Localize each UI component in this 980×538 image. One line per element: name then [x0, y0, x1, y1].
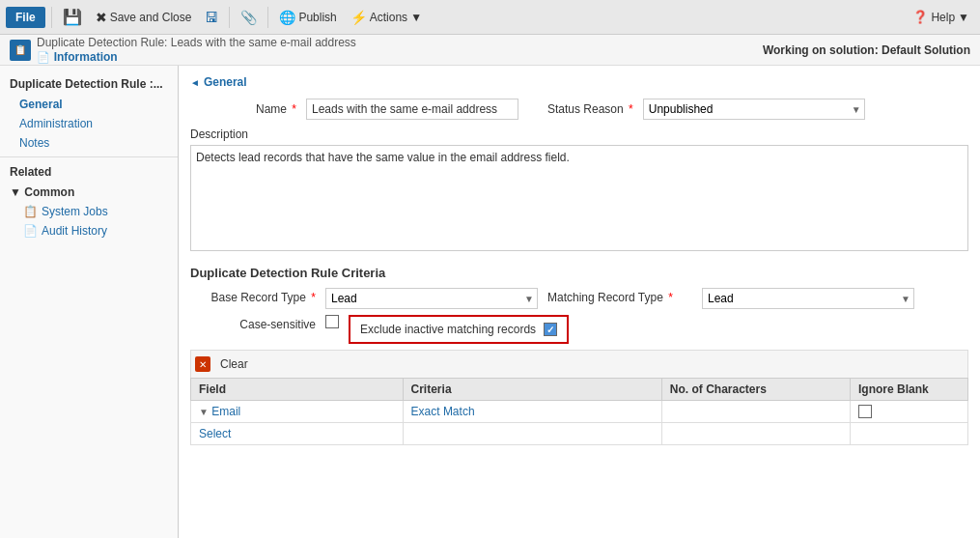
criteria-link[interactable]: Exact Match — [411, 405, 475, 418]
description-textarea[interactable]: Detects lead records that have the same … — [190, 145, 968, 251]
separator-3 — [267, 7, 268, 28]
header-bar: 📋 Duplicate Detection Rule: Leads with t… — [0, 35, 980, 66]
paperclip-icon: 📎 — [240, 10, 257, 25]
row-expand-icon[interactable]: ▼ — [199, 407, 209, 417]
exclude-label: Exclude inactive matching records — [360, 323, 536, 336]
nav-system-jobs[interactable]: 📋 System Jobs — [0, 202, 178, 221]
field-cell: ▼ Email — [191, 401, 404, 423]
name-required: * — [292, 102, 296, 116]
entity-info-title: 📄 Information — [37, 49, 356, 64]
nav-related-title: Related — [0, 156, 178, 183]
exclude-checkbox[interactable] — [544, 323, 557, 336]
entity-icon: 📋 — [10, 40, 31, 61]
num-chars-cell — [661, 401, 850, 423]
clear-icon: ✕ — [195, 356, 210, 372]
col-field: Field — [191, 379, 404, 401]
separator-2 — [229, 7, 230, 28]
table-toolbar: ✕ Clear — [190, 350, 968, 378]
name-label: Name * — [190, 102, 296, 116]
common-triangle-icon: ▼ — [10, 185, 24, 199]
entity-subtitle: Duplicate Detection Rule: Leads with the… — [37, 36, 356, 49]
save-disk-icon: 💾 — [63, 8, 82, 26]
system-jobs-label: System Jobs — [42, 205, 108, 218]
publish-button[interactable]: 🌐 Publish — [274, 8, 341, 27]
file-button[interactable]: File — [6, 7, 45, 28]
table-row: ▼ Email Exact Match — [191, 401, 968, 423]
select-link[interactable]: Select — [199, 427, 231, 440]
field-link[interactable]: Email — [211, 405, 240, 418]
floppy-icon: 🖫 — [205, 10, 218, 25]
save-close-icon: ✖ — [96, 10, 107, 25]
base-record-select[interactable]: Lead — [325, 288, 538, 309]
save-icon-button[interactable]: 🖫 — [200, 8, 223, 27]
select-ignore-blank-cell — [851, 423, 968, 445]
actions-icon: ⚡ — [350, 10, 367, 25]
name-row: Name * Status Reason * Unpublished Publi… — [190, 99, 968, 120]
save-close-button[interactable]: ✖ Save and Close — [91, 8, 197, 27]
content-area: General Name * Status Reason * Unpublish… — [179, 66, 980, 538]
actions-dropdown-icon: ▼ — [410, 11, 422, 24]
base-record-select-wrapper: Lead ▼ — [325, 288, 538, 309]
criteria-title: Duplicate Detection Rule Criteria — [190, 266, 968, 280]
table-header-row: Field Criteria No. of Characters Ignore … — [191, 379, 968, 401]
audit-history-icon: 📄 — [23, 224, 38, 238]
ignore-blank-checkbox[interactable] — [858, 405, 872, 418]
ignore-blank-cell — [851, 401, 968, 423]
nav-audit-history[interactable]: 📄 Audit History — [0, 221, 178, 241]
matching-record-select[interactable]: Lead — [702, 288, 914, 309]
actions-button[interactable]: ⚡ Actions ▼ — [346, 8, 427, 27]
case-sensitive-checkbox[interactable] — [325, 315, 339, 328]
criteria-table: Field Criteria No. of Characters Ignore … — [190, 378, 968, 445]
case-sensitive-label: Case-sensitive — [190, 315, 316, 331]
header-text: Duplicate Detection Rule: Leads with the… — [37, 36, 356, 64]
case-sensitive-row: Case-sensitive Exclude inactive matching… — [190, 315, 968, 344]
col-num-chars: No. of Characters — [661, 379, 850, 401]
case-sensitive-checkbox-wrapper — [325, 315, 339, 328]
nav-common-title: ▼ Common — [0, 183, 178, 202]
nav-item-general[interactable]: General — [0, 95, 178, 114]
actions-label: Actions — [370, 11, 407, 24]
save-close-label: Save and Close — [110, 11, 192, 24]
nav-item-notes[interactable]: Notes — [0, 133, 178, 153]
matching-record-area: Matching Record Type * Lead ▼ — [547, 288, 968, 309]
toolbar-right-area: ❓ Help ▼ — [908, 8, 974, 26]
help-icon: ❓ — [912, 10, 928, 24]
attach-button[interactable]: 📎 — [236, 8, 262, 27]
status-reason-label: Status Reason * — [528, 102, 633, 116]
publish-label: Publish — [298, 11, 336, 24]
col-ignore-blank: Ignore Blank — [851, 379, 968, 401]
help-label: Help — [931, 11, 955, 24]
audit-history-label: Audit History — [42, 224, 107, 238]
general-section-heading: General — [190, 75, 968, 89]
exclude-area: Exclude inactive matching records — [349, 315, 968, 344]
description-section: Description Detects lead records that ha… — [190, 127, 968, 254]
matching-record-label: Matching Record Type * — [547, 288, 692, 304]
separator-1 — [51, 7, 52, 28]
help-dropdown-icon: ▼ — [958, 11, 969, 24]
main-layout: Duplicate Detection Rule :... General Ad… — [0, 66, 980, 538]
nav-item-administration[interactable]: Administration — [0, 114, 178, 133]
status-reason-select-wrapper: Unpublished Published ▼ — [643, 99, 865, 120]
help-button[interactable]: ❓ Help ▼ — [908, 8, 974, 26]
publish-icon: 🌐 — [279, 10, 295, 25]
left-nav: Duplicate Detection Rule :... General Ad… — [0, 66, 179, 538]
select-row: Select — [191, 423, 968, 445]
save-button[interactable]: 💾 — [58, 6, 87, 28]
status-reason-select[interactable]: Unpublished Published — [643, 99, 865, 120]
col-criteria: Criteria — [403, 379, 661, 401]
working-on-label: Working on solution: — [763, 43, 879, 57]
select-criteria-cell — [403, 423, 661, 445]
name-input[interactable] — [306, 99, 518, 120]
nav-section-title: Duplicate Detection Rule :... — [0, 73, 178, 95]
header-title-area: 📋 Duplicate Detection Rule: Leads with t… — [10, 36, 356, 64]
record-type-row: Base Record Type * Lead ▼ Matching Recor… — [190, 288, 968, 309]
exclude-box: Exclude inactive matching records — [349, 315, 569, 344]
base-record-label: Base Record Type * — [190, 288, 316, 304]
system-jobs-icon: 📋 — [23, 205, 38, 218]
select-num-chars-cell — [661, 423, 850, 445]
clear-button[interactable]: Clear — [216, 355, 252, 373]
matching-record-select-wrapper: Lead ▼ — [702, 288, 914, 309]
criteria-cell: Exact Match — [403, 401, 661, 423]
select-cell: Select — [191, 423, 404, 445]
solution-name: Default Solution — [882, 43, 970, 57]
